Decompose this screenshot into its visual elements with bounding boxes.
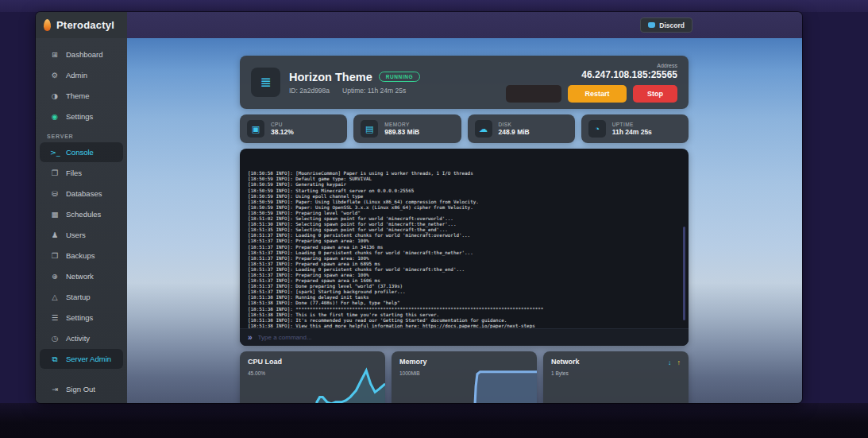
console-log-line: [18:51:35 INFO]: Selecting spawn point f…: [248, 227, 681, 233]
start-button[interactable]: [506, 85, 561, 103]
console-command-input[interactable]: [258, 334, 681, 341]
console-log-line: [18:51:37 INFO]: [spark] Starting backgr…: [248, 289, 681, 295]
stat-cpu: ▣ CPU 38.12%: [240, 114, 347, 143]
console-log-line: [18:50:59 INFO]: Default game type: SURV…: [248, 176, 681, 182]
console-input-row: »: [240, 328, 689, 346]
stat-uptime: ◔ UPTIME 11h 24m 25s: [581, 114, 689, 143]
console-log-line: [18:50:59 INFO]: Using epoll channel typ…: [248, 194, 681, 200]
sidebar-item-label: Server Admin: [66, 355, 111, 363]
sidebar-item-sign-out[interactable]: ⇥ Sign Out: [40, 379, 123, 399]
sidebar-item-label: Settings: [66, 313, 93, 322]
stat-icon: ☁: [475, 120, 492, 138]
sidebar-item-icon: >_: [50, 148, 60, 157]
network-inbound-icon: ↓: [668, 359, 672, 366]
sidebar-item-icon: ❒: [50, 251, 60, 260]
sidebar-section-label: SERVER: [36, 127, 127, 142]
console-scrollbar[interactable]: [683, 227, 685, 320]
sidebar-item-label: Dashboard: [66, 50, 102, 59]
sidebar-item-network[interactable]: ⊕ Network: [40, 266, 123, 286]
sidebar-item-schedules[interactable]: ▦ Schedules: [40, 204, 123, 224]
console-log-line: [18:51:38 INFO]: Done (77.408s)! For hel…: [248, 300, 681, 306]
stat-value: 248.9 MiB: [499, 128, 530, 136]
stat-value: 989.83 MiB: [384, 128, 419, 136]
restart-button[interactable]: Restart: [568, 85, 627, 103]
sidebar-item-label: Activity: [66, 334, 90, 343]
discord-button[interactable]: Discord: [640, 17, 692, 33]
console-log-line: [18:51:37 INFO]: Preparing spawn area: 1…: [248, 273, 681, 278]
server-id: ID: 2a2d998a: [289, 87, 330, 95]
console-log-line: [18:51:37 INFO]: Done preparing level "w…: [248, 284, 681, 289]
stat-label: CPU: [271, 122, 294, 127]
sidebar-item-admin[interactable]: ⚙ Admin: [40, 65, 123, 85]
sidebar-item-label: Settings: [66, 112, 93, 121]
sidebar-item-label: Files: [66, 169, 82, 177]
sidebar-item-dashboard[interactable]: ⊞ Dashboard: [40, 45, 123, 64]
charts-row: CPU Load 45.00% 22.50% Memory 1000MiB 50…: [240, 351, 689, 403]
stat-disk: ☁ DISK 248.9 MiB: [468, 114, 575, 143]
monitor-bezel-bottom: [0, 403, 868, 438]
cpu-load-chart: [240, 367, 385, 403]
server-uptime: Uptime: 11h 24m 25s: [342, 87, 406, 95]
console-log-line: [18:51:37 INFO]: Preparing spawn area: 1…: [248, 256, 681, 262]
panel-screen: Pterodactyl Discord ⊞ Dashboard ⚙: [36, 12, 802, 403]
brand-title: Pterodactyl: [56, 19, 114, 31]
console-log[interactable]: [18:50:58 INFO]: [MoonriseCommon] Paper …: [240, 149, 689, 328]
sidebar-item-icon: ◉: [50, 112, 60, 121]
sidebar-item-settings[interactable]: ◉ Settings: [40, 107, 123, 126]
console-log-line: [18:50:59 INFO]: Starting Minecraft serv…: [248, 188, 681, 194]
sidebar-item-icon: ❐: [50, 169, 60, 177]
console-log-line: [18:51:38 INFO]: This is the first time …: [248, 312, 681, 318]
sidebar-item-icon: ⧉: [50, 355, 60, 364]
discord-label: Discord: [659, 21, 685, 29]
sidebar-item-label: Console: [66, 148, 94, 157]
sidebar-item-settings-server[interactable]: ☰ Settings: [40, 308, 123, 328]
console-log-line: [18:51:37 INFO]: Prepared spawn area in …: [248, 278, 681, 284]
chart-title: Network: [543, 351, 689, 366]
sidebar-main-group: ⊞ Dashboard ⚙ Admin ◑ Theme ◉ Settings: [36, 45, 127, 127]
stat-icon: ▣: [247, 120, 264, 138]
top-bar: Pterodactyl Discord: [36, 12, 802, 38]
stat-label: MEMORY: [384, 122, 419, 127]
cpu-load-chart-card: CPU Load 45.00% 22.50%: [240, 351, 385, 403]
stat-icon: ◔: [588, 120, 606, 138]
sidebar-item-console[interactable]: >_ Console: [40, 142, 123, 162]
console-log-line: [18:51:30 INFO]: Selecting spawn point f…: [248, 222, 681, 227]
pterodactyl-flame-icon: [44, 19, 51, 31]
console-log-line: [18:51:37 INFO]: Loading 0 persistent ch…: [248, 267, 681, 273]
sidebar-item-theme[interactable]: ◑ Theme: [40, 86, 123, 106]
sidebar-item-icon: ⊞: [50, 50, 60, 59]
console-panel: [18:50:58 INFO]: [MoonriseCommon] Paper …: [240, 149, 689, 346]
console-prompt: »: [248, 333, 253, 342]
sidebar-item-label: Startup: [66, 293, 91, 301]
address-value: 46.247.108.185:25565: [506, 69, 677, 80]
sidebar-item-icon: △: [50, 293, 60, 301]
sidebar-item-icon: ⛁: [50, 189, 60, 198]
sidebar-item-backups[interactable]: ❒ Backups: [40, 246, 123, 266]
server-header-card: ≣ Horizon Theme RUNNING ID: 2a2d998a Upt…: [240, 56, 689, 109]
sign-out-label: Sign Out: [66, 385, 95, 393]
sidebar-item-label: Backups: [66, 251, 95, 260]
sidebar-server-group: >_ Console ❐ Files ⛁ Databases ▦ Schedul…: [36, 142, 127, 370]
console-log-line: [18:51:38 INFO]: ***********************…: [248, 307, 681, 312]
console-log-line: [18:51:37 INFO]: Prepared spawn area in …: [248, 245, 681, 250]
stat-icon: ▤: [361, 120, 378, 138]
console-log-line: [18:51:37 INFO]: Loading 0 persistent ch…: [248, 233, 681, 238]
console-log-line: [18:51:37 INFO]: Prepared spawn area in …: [248, 262, 681, 267]
status-badge: RUNNING: [379, 72, 421, 82]
sidebar-item-users[interactable]: ♟ Users: [40, 225, 123, 245]
sidebar-item-activity[interactable]: ◷ Activity: [40, 328, 123, 348]
sidebar-item-server-admin[interactable]: ⧉ Server Admin: [40, 349, 123, 369]
console-log-line: [18:50:59 INFO]: Generating keypair: [248, 182, 681, 188]
memory-chart-card: Memory 1000MiB 500MiB: [392, 351, 537, 403]
sidebar-item-databases[interactable]: ⛁ Databases: [40, 184, 123, 203]
sidebar-item-label: Network: [66, 272, 94, 281]
sidebar-item-label: Databases: [66, 189, 102, 198]
sidebar: ⊞ Dashboard ⚙ Admin ◑ Theme ◉ Settings S…: [36, 38, 127, 403]
server-name: Horizon Theme: [289, 71, 372, 83]
sidebar-item-files[interactable]: ❐ Files: [40, 163, 123, 183]
brand-area[interactable]: Pterodactyl: [36, 12, 127, 38]
stop-button[interactable]: Stop: [633, 85, 677, 103]
sidebar-item-startup[interactable]: △ Startup: [40, 287, 123, 307]
sidebar-item-icon: ◑: [50, 91, 60, 100]
stat-label: UPTIME: [612, 122, 652, 127]
